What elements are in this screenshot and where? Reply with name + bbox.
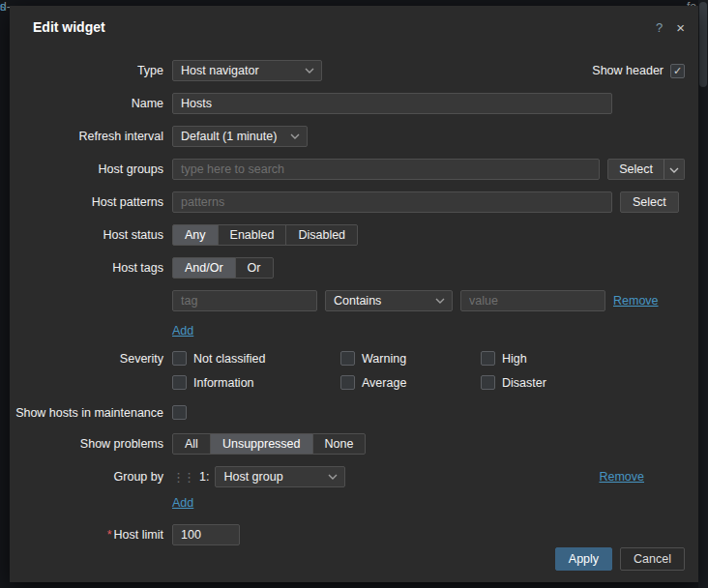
chevron-down-icon: [305, 68, 314, 74]
severity-label: Severity: [10, 351, 163, 366]
host-groups-select-arrow[interactable]: [664, 159, 685, 180]
severity-disaster-checkbox[interactable]: [481, 375, 495, 390]
group-by-add-row: Add: [10, 495, 698, 511]
chevron-down-icon: [290, 133, 300, 139]
dialog-title: Edit widget: [33, 19, 105, 35]
host-patterns-row: Host patterns Select: [10, 191, 698, 213]
tag-add-row: Add: [10, 323, 698, 338]
severity-disaster-label: Disaster: [502, 376, 546, 390]
dialog-header: Edit widget ? ×: [10, 6, 698, 35]
maintenance-label: Show hosts in maintenance: [10, 406, 163, 420]
tag-value-input[interactable]: [460, 290, 605, 311]
host-status-segmented: Any Enabled Disabled: [172, 224, 358, 246]
host-patterns-select-button[interactable]: Select: [620, 191, 679, 213]
group-by-value: Host group: [223, 470, 282, 484]
severity-average-checkbox[interactable]: [340, 375, 355, 390]
page-scrollbar[interactable]: [698, 0, 708, 588]
edit-widget-dialog: Edit widget ? × Type Host navigator Show…: [10, 6, 698, 582]
host-status-option-disabled[interactable]: Disabled: [285, 224, 358, 246]
severity-average-label: Average: [362, 376, 406, 390]
host-limit-input[interactable]: [172, 524, 240, 545]
maintenance-row: Show hosts in maintenance: [10, 405, 698, 420]
show-problems-option-all[interactable]: All: [172, 433, 211, 455]
severity-not-classified: Not classified: [172, 351, 340, 366]
severity-high: High: [481, 351, 546, 366]
host-groups-input[interactable]: [172, 159, 600, 180]
host-limit-row: *Host limit: [10, 524, 698, 545]
host-groups-label: Host groups: [10, 162, 163, 176]
type-select-value: Host navigator: [181, 64, 259, 77]
severity-not-classified-checkbox[interactable]: [172, 351, 187, 366]
chevron-down-icon: [435, 298, 445, 304]
severity-checkbox-grid: Not classified Warning High Information …: [172, 351, 546, 390]
group-by-remove-link[interactable]: Remove: [599, 470, 644, 484]
severity-row: Severity Not classified Warning High Inf…: [10, 351, 698, 390]
check-icon: ✓: [673, 66, 682, 76]
backdrop-link-fragment: s: [0, 0, 6, 14]
severity-warning: Warning: [340, 351, 481, 366]
help-icon[interactable]: ?: [656, 20, 663, 35]
show-problems-segmented: All Unsuppressed None: [172, 433, 366, 455]
host-patterns-input[interactable]: [172, 191, 612, 213]
host-status-label: Host status: [10, 228, 163, 242]
severity-disaster: Disaster: [481, 375, 546, 390]
host-limit-label: Host limit: [114, 528, 163, 542]
show-problems-row: Show problems All Unsuppressed None: [10, 433, 698, 455]
tag-condition-row: Contains Remove: [10, 290, 698, 311]
host-tags-row: Host tags And/Or Or: [10, 257, 698, 279]
type-select[interactable]: Host navigator: [172, 60, 322, 81]
tag-add-link[interactable]: Add: [172, 324, 193, 338]
severity-information-label: Information: [193, 376, 254, 390]
host-status-option-enabled[interactable]: Enabled: [218, 224, 287, 246]
chevron-down-icon: [328, 474, 338, 480]
severity-high-label: High: [502, 352, 527, 366]
host-tags-option-andor[interactable]: And/Or: [172, 257, 236, 279]
show-problems-label: Show problems: [10, 437, 163, 451]
show-header-checkbox[interactable]: ✓: [670, 64, 685, 78]
name-label: Name: [10, 97, 163, 110]
show-problems-option-none[interactable]: None: [312, 433, 367, 455]
severity-information-checkbox[interactable]: [172, 375, 187, 390]
severity-warning-label: Warning: [362, 352, 406, 366]
host-groups-select-button[interactable]: Select: [607, 159, 664, 180]
apply-button[interactable]: Apply: [555, 547, 612, 571]
severity-high-checkbox[interactable]: [481, 351, 495, 366]
group-by-add-link[interactable]: Add: [172, 496, 193, 510]
name-input[interactable]: [172, 93, 612, 114]
type-row: Type Host navigator Show header ✓: [10, 60, 698, 81]
chevron-down-icon: [669, 162, 679, 176]
type-label: Type: [10, 64, 163, 77]
close-icon[interactable]: ×: [676, 20, 685, 35]
refresh-interval-value: Default (1 minute): [181, 130, 277, 143]
maintenance-checkbox[interactable]: [172, 405, 187, 420]
host-tags-label: Host tags: [10, 261, 163, 275]
page-scrollbar-thumb[interactable]: [699, 2, 707, 87]
severity-average: Average: [340, 375, 481, 390]
group-by-index: 1:: [199, 470, 209, 484]
group-by-row: Group by ⋮⋮ 1: Host group Remove: [10, 466, 698, 487]
cancel-button[interactable]: Cancel: [620, 547, 685, 571]
severity-warning-checkbox[interactable]: [340, 351, 355, 366]
tag-operator-value: Contains: [334, 294, 381, 308]
host-tags-segmented: And/Or Or: [172, 257, 274, 279]
required-asterisk: *: [107, 528, 112, 542]
refresh-interval-label: Refresh interval: [10, 130, 163, 143]
refresh-interval-row: Refresh interval Default (1 minute): [10, 126, 698, 147]
refresh-interval-select[interactable]: Default (1 minute): [172, 126, 308, 147]
tag-name-input[interactable]: [172, 290, 317, 311]
show-problems-option-unsuppressed[interactable]: Unsuppressed: [210, 433, 313, 455]
host-status-row: Host status Any Enabled Disabled: [10, 224, 698, 246]
show-header-label: Show header: [592, 64, 664, 77]
name-row: Name: [10, 93, 698, 114]
host-groups-row: Host groups Select: [10, 159, 698, 180]
host-tags-option-or[interactable]: Or: [235, 257, 274, 279]
severity-not-classified-label: Not classified: [193, 352, 265, 366]
tag-operator-select[interactable]: Contains: [325, 290, 453, 311]
group-by-select[interactable]: Host group: [215, 466, 345, 487]
widget-form: Type Host navigator Show header ✓ Name R…: [10, 60, 698, 545]
host-status-option-any[interactable]: Any: [172, 224, 219, 246]
drag-handle-icon[interactable]: ⋮⋮: [172, 470, 193, 485]
group-by-label: Group by: [10, 470, 163, 484]
host-groups-select-split-button: Select: [607, 159, 685, 180]
tag-remove-link[interactable]: Remove: [613, 294, 659, 308]
